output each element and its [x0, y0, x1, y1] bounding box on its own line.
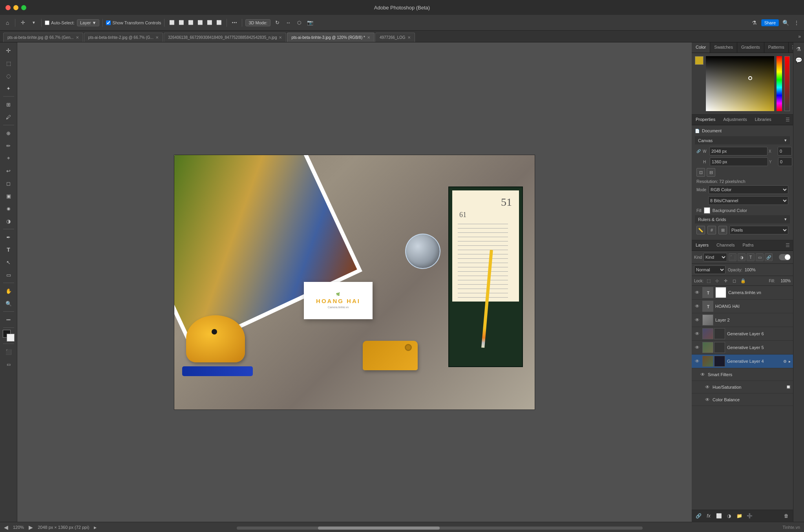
layer-item-huesat[interactable]: 👁 Hue/Saturation 🔲	[692, 381, 793, 393]
canvas-width-input[interactable]	[709, 147, 767, 155]
gen4-arrow-icon[interactable]: ▸	[789, 359, 791, 364]
layer-vis-colorbalance[interactable]: 👁	[704, 397, 711, 403]
color-gradient-picker[interactable]	[706, 56, 774, 111]
tool-clone[interactable]: ⌖	[3, 152, 15, 164]
camera-icon[interactable]: 📷	[306, 18, 314, 27]
tool-artboard[interactable]: ▭	[3, 358, 15, 370]
tool-hand[interactable]: ✋	[3, 285, 15, 297]
filter-shape-icon[interactable]: ▭	[756, 253, 764, 261]
new-layer-btn[interactable]: ➕	[745, 512, 754, 520]
transform-checkbox-label[interactable]: Show Transform Controls	[106, 20, 161, 25]
filter-pixel-icon[interactable]: ⬛	[729, 253, 736, 261]
tool-shape[interactable]: ▭	[3, 269, 15, 281]
align-top-icon[interactable]: ⬜	[196, 18, 205, 27]
close-button[interactable]	[5, 5, 11, 10]
maximize-button[interactable]	[21, 5, 26, 10]
tab-patterns[interactable]: Patterns	[764, 42, 789, 53]
layer-fx-btn[interactable]: fx	[704, 512, 713, 520]
huesat-mask-icon[interactable]: 🔲	[786, 385, 791, 389]
auto-select-checkbox[interactable]	[45, 20, 49, 25]
layer-vis-camera[interactable]: 👁	[694, 289, 700, 296]
flip-icon[interactable]: ↔	[284, 18, 292, 27]
transform-checkbox[interactable]	[106, 20, 111, 25]
layer-item-gen4[interactable]: 👁 Generative Layer 4 ⚙ ▸	[692, 355, 793, 368]
tool-heal[interactable]: ⊕	[3, 127, 15, 139]
add-mask-btn[interactable]: ⬜	[714, 512, 723, 520]
tab-libraries[interactable]: Libraries	[751, 115, 775, 125]
lock-all-btn[interactable]: 🔒	[740, 277, 747, 284]
tool-marquee[interactable]: ⬚	[3, 57, 15, 69]
canvas-icon-1[interactable]: ⊡	[696, 168, 705, 177]
canvas-x-input[interactable]	[778, 147, 792, 155]
color-hue-slider[interactable]	[777, 56, 782, 111]
tab-4[interactable]: pts-ai-beta-tinhte-3.jpg @ 120% (RGB/8) …	[287, 33, 374, 42]
filter-toggle[interactable]	[779, 254, 791, 260]
scroll-bar-area[interactable]	[101, 526, 778, 529]
tab-2-close[interactable]: ✕	[155, 35, 159, 40]
color-alpha-slider[interactable]	[784, 56, 790, 111]
lock-pixel-btn[interactable]: ⬚	[705, 277, 712, 284]
tab-layers[interactable]: Layers	[692, 240, 713, 250]
layer-vis-gen6[interactable]: 👁	[694, 331, 700, 337]
layer-vis-gen5[interactable]: 👁	[694, 344, 700, 351]
status-prev-btn[interactable]: ◀	[4, 524, 8, 530]
align-left-icon[interactable]: ⬜	[168, 18, 176, 27]
grid-icon[interactable]: #	[707, 226, 716, 234]
chain-icon[interactable]: 🔗	[696, 149, 701, 153]
tool-eyedropper[interactable]: 🖊	[3, 111, 15, 123]
layer-vis-gen4[interactable]: 👁	[694, 358, 700, 364]
align-middle-icon[interactable]: ⬜	[205, 18, 214, 27]
status-nav-btn[interactable]: ▸	[94, 524, 97, 530]
tab-adjustments[interactable]: Adjustments	[719, 115, 751, 125]
rs-icon-1[interactable]: ⚗	[795, 45, 803, 53]
rotate-icon[interactable]: ↻	[273, 18, 281, 27]
menu-icon[interactable]: ⋮	[792, 18, 801, 27]
tab-5-close[interactable]: ✕	[407, 35, 411, 40]
tool-dodge[interactable]: ◑	[3, 215, 15, 227]
lock-artboard-btn[interactable]: ◻	[731, 277, 738, 284]
tool-more[interactable]: •••	[3, 314, 15, 325]
layer-dropdown[interactable]: Layer ▼	[77, 19, 99, 26]
unit-select[interactable]: Pixels	[729, 226, 788, 234]
filter-smart-icon[interactable]: 🔗	[765, 253, 773, 261]
bits-select[interactable]: 8 Bits/Channel	[708, 196, 788, 205]
align-center-icon[interactable]: ⬜	[177, 18, 186, 27]
props-panel-menu-icon[interactable]: ☰	[782, 115, 793, 125]
lock-gradient-btn[interactable]: ⊹	[714, 277, 721, 284]
tab-gradients[interactable]: Gradients	[737, 42, 764, 53]
tab-3-close[interactable]: ✕	[279, 35, 282, 40]
rulers-section-header[interactable]: Rulers & Grids ▾	[695, 215, 790, 223]
layer-vis-hoanghai[interactable]: 👁	[694, 303, 700, 309]
canvas-icon-2[interactable]: ⊟	[707, 168, 715, 177]
blend-mode-select[interactable]: Normal Multiply Screen Overlay	[694, 265, 725, 274]
status-next-btn[interactable]: ▶	[29, 524, 33, 530]
align-bottom-icon[interactable]: ⬜	[215, 18, 223, 27]
tool-gradient[interactable]: ▣	[3, 190, 15, 202]
layers-panel-menu-icon[interactable]: ☰	[782, 240, 793, 250]
kind-select[interactable]: Kind Name Effect Mode	[704, 253, 727, 261]
link-layers-btn[interactable]: 🔗	[694, 512, 703, 520]
beaker-icon[interactable]: ⚗	[750, 18, 759, 27]
canvas-area[interactable]: 51 61	[17, 42, 692, 522]
layer-item-camera[interactable]: 👁 T Camera.tinhte.vn	[692, 286, 793, 300]
color-picker-circle[interactable]	[748, 76, 752, 80]
perspective-icon[interactable]: ⬡	[295, 18, 303, 27]
color-current-swatch[interactable]	[695, 56, 704, 65]
align-right-icon[interactable]: ⬜	[186, 18, 195, 27]
mode-select[interactable]: RGB Color	[709, 185, 788, 194]
tab-2[interactable]: pts-ai-beta-tinhte-2.jpg @ 66.7% (G... ✕	[84, 33, 163, 42]
canvas-section-header[interactable]: Canvas ▾	[695, 136, 790, 144]
tool-text[interactable]: T	[3, 244, 15, 256]
tab-5[interactable]: 4977266_LOG ✕	[375, 33, 415, 42]
tool-move[interactable]: ✛	[3, 45, 15, 57]
canvas-y-input[interactable]	[778, 157, 792, 166]
toolbar-arrow-icon[interactable]: ▼	[29, 18, 38, 27]
more-options-icon[interactable]: •••	[230, 18, 239, 27]
layer-vis-huesat[interactable]: 👁	[704, 384, 711, 390]
tool-blur[interactable]: ◉	[3, 203, 15, 214]
layer-vis-layer2[interactable]: 👁	[694, 317, 700, 323]
tab-channels[interactable]: Channels	[713, 240, 738, 250]
tab-swatches[interactable]: Swatches	[710, 42, 737, 53]
tool-magic-wand[interactable]: ✦	[3, 82, 15, 94]
layer-item-smartfilters[interactable]: 👁 Smart Filters	[692, 368, 793, 381]
